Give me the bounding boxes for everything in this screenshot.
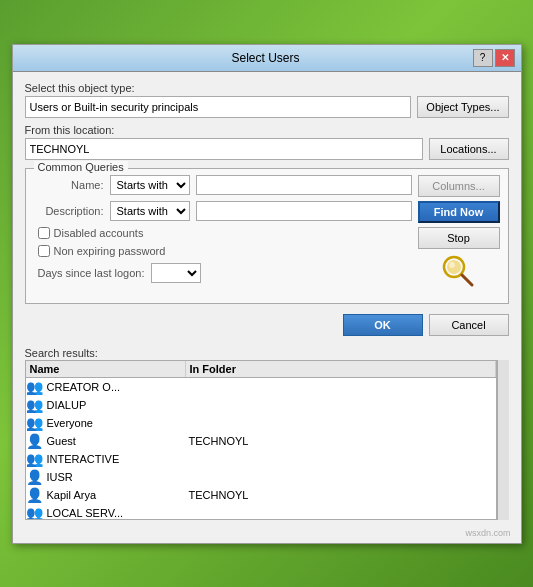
row-icon: 👥 (26, 451, 44, 467)
row-name: INTERACTIVE (44, 452, 186, 466)
row-icon: 👤 (26, 487, 44, 503)
location-section: From this location: Locations... (25, 124, 509, 160)
non-expiring-row: Non expiring password (34, 245, 412, 257)
object-type-input[interactable] (25, 96, 412, 118)
stop-button[interactable]: Stop (418, 227, 500, 249)
non-expiring-checkbox[interactable] (38, 245, 50, 257)
group-left: Name: Starts with Description: Starts wi… (34, 175, 412, 295)
desc-label: Description: (34, 205, 104, 217)
title-bar-buttons: ? ✕ (473, 49, 515, 67)
title-bar: Select Users ? ✕ (13, 45, 521, 72)
object-type-label: Select this object type: (25, 82, 509, 94)
row-name: LOCAL SERV... (44, 506, 186, 520)
days-row: Days since last logon: (34, 263, 412, 283)
table-row[interactable]: 👥 LOCAL SERV... (26, 504, 496, 520)
table-row[interactable]: 👥 DIALUP (26, 396, 496, 414)
row-icon: 👤 (26, 469, 44, 485)
object-type-section: Select this object type: Object Types... (25, 82, 509, 118)
desc-value-input[interactable] (196, 201, 412, 221)
row-folder (186, 458, 496, 460)
col-header-name[interactable]: Name (26, 361, 186, 377)
common-queries-group: Common Queries Name: Starts with Descrip… (25, 168, 509, 304)
cancel-button[interactable]: Cancel (429, 314, 509, 336)
search-icon-area (418, 253, 500, 295)
table-row[interactable]: 👥 Everyone (26, 414, 496, 432)
row-name: Everyone (44, 416, 186, 430)
row-icon: 👥 (26, 379, 44, 395)
row-name: Guest (44, 434, 186, 448)
row-name: CREATOR O... (44, 380, 186, 394)
row-icon: 👥 (26, 415, 44, 431)
name-starts-with-select[interactable]: Starts with (110, 175, 190, 195)
row-folder (186, 512, 496, 514)
close-button[interactable]: ✕ (495, 49, 515, 67)
row-folder: TECHNOYL (186, 434, 496, 448)
row-icon: 👤 (26, 433, 44, 449)
name-row: Name: Starts with (34, 175, 412, 195)
row-folder (186, 476, 496, 478)
table-row[interactable]: 👥 INTERACTIVE (26, 450, 496, 468)
group-right: Columns... Find Now Stop (418, 175, 500, 295)
select-users-dialog: Select Users ? ✕ Select this object type… (12, 44, 522, 544)
results-table[interactable]: Name In Folder 👥 CREATOR O... 👥 DIALUP 👥… (25, 360, 497, 520)
results-header: Name In Folder (26, 361, 496, 378)
location-label: From this location: (25, 124, 509, 136)
results-body: 👥 CREATOR O... 👥 DIALUP 👥 Everyone 👤 Gue… (26, 378, 496, 520)
columns-button[interactable]: Columns... (418, 175, 500, 197)
group-title: Common Queries (34, 161, 128, 173)
days-label: Days since last logon: (38, 267, 145, 279)
disabled-accounts-row: Disabled accounts (34, 227, 412, 239)
table-row[interactable]: 👤 IUSR (26, 468, 496, 486)
location-row: Locations... (25, 138, 509, 160)
results-container: Name In Folder 👥 CREATOR O... 👥 DIALUP 👥… (25, 360, 509, 520)
row-icon: 👥 (26, 505, 44, 520)
help-button[interactable]: ? (473, 49, 493, 67)
search-decoration-icon (440, 253, 478, 291)
watermark: wsxdn.com (9, 528, 517, 541)
search-results-label: Search results: (25, 345, 98, 361)
table-row[interactable]: 👤 Kapil Arya TECHNOYL (26, 486, 496, 504)
object-types-button[interactable]: Object Types... (417, 96, 508, 118)
row-name: IUSR (44, 470, 186, 484)
row-folder: TECHNOYL (186, 488, 496, 502)
svg-line-2 (462, 275, 472, 285)
days-select[interactable] (151, 263, 201, 283)
name-value-input[interactable] (196, 175, 412, 195)
dialog-title: Select Users (59, 51, 473, 65)
row-folder (186, 386, 496, 388)
col-header-folder[interactable]: In Folder (186, 361, 496, 377)
location-input[interactable] (25, 138, 423, 160)
group-content: Name: Starts with Description: Starts wi… (34, 175, 500, 295)
disabled-accounts-label: Disabled accounts (54, 227, 144, 239)
row-icon: 👥 (26, 397, 44, 413)
ok-cancel-row: OK Cancel (25, 310, 509, 340)
dialog-body: Select this object type: Object Types...… (13, 72, 521, 530)
object-type-row: Object Types... (25, 96, 509, 118)
row-folder (186, 422, 496, 424)
non-expiring-label: Non expiring password (54, 245, 166, 257)
search-results-section: Search results: Name In Folder 👥 CREATOR… (25, 346, 509, 520)
svg-point-3 (449, 262, 455, 268)
row-name: Kapil Arya (44, 488, 186, 502)
disabled-accounts-checkbox[interactable] (38, 227, 50, 239)
scrollbar[interactable] (497, 360, 509, 520)
row-folder (186, 404, 496, 406)
find-now-button[interactable]: Find Now (418, 201, 500, 223)
name-label: Name: (34, 179, 104, 191)
table-row[interactable]: 👥 CREATOR O... (26, 378, 496, 396)
description-row: Description: Starts with (34, 201, 412, 221)
row-name: DIALUP (44, 398, 186, 412)
ok-button[interactable]: OK (343, 314, 423, 336)
locations-button[interactable]: Locations... (429, 138, 509, 160)
desc-starts-with-select[interactable]: Starts with (110, 201, 190, 221)
table-row[interactable]: 👤 Guest TECHNOYL (26, 432, 496, 450)
